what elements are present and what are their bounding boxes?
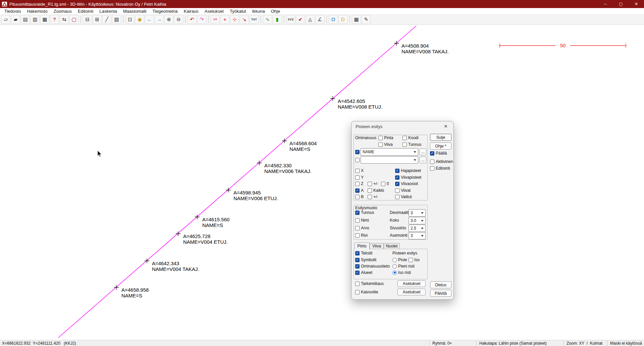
code-table-icon[interactable]: ⊞	[93, 15, 102, 24]
file-manager-icon[interactable]: ▤	[21, 15, 30, 24]
checkbox-editointi[interactable]: Editointi	[430, 166, 450, 171]
zoom-extents-icon[interactable]: ⊡	[125, 15, 135, 24]
zoom-next-icon[interactable]: →	[155, 15, 164, 24]
tab-nuolet[interactable]: Nuolet	[384, 243, 400, 249]
active-file-icon[interactable]: ▢	[69, 15, 78, 24]
profile-window-icon[interactable]: ▰	[11, 15, 20, 24]
dialog-close-icon[interactable]: ×	[442, 123, 449, 130]
checkbox-koodi[interactable]: Koodi	[402, 135, 419, 140]
dialog-pisteen-esitys[interactable]: Pisteen esitys × Ominaisuus Pinta Koodi …	[351, 121, 454, 300]
triangle-model-icon[interactable]: ◬	[306, 15, 315, 24]
attribute1-more-button[interactable]: ...	[419, 149, 426, 155]
checkbox-symbolit[interactable]: Symbolit	[355, 257, 376, 263]
menu-asetukset[interactable]: Asetukset	[202, 8, 227, 14]
map-canvas[interactable]: A=4508.904NAME=V008 TAKAJ.A=4542.605NAME…	[0, 25, 644, 340]
checkbox-viivapisteet[interactable]: Viivapisteet	[395, 175, 421, 180]
checkbox-viiva[interactable]: Viiva	[378, 142, 393, 147]
checkbox-pinta[interactable]: Pinta	[378, 135, 393, 140]
attribute2-more-button[interactable]: ...	[419, 157, 426, 163]
angle-tool-icon[interactable]: ∠	[315, 15, 324, 24]
checkbox-b[interactable]: B	[355, 194, 364, 199]
menu-kairaus[interactable]: Kairaus	[181, 8, 202, 14]
survey-point[interactable]: A=4658.958NAME=S	[114, 285, 149, 298]
measure-ruler-icon[interactable]: ╱	[102, 15, 111, 24]
menu-maastomalli[interactable]: Maastomalli	[120, 8, 149, 14]
sulje-button[interactable]: Sulje	[430, 134, 451, 141]
checkbox-tunnus[interactable]: Tunnus	[402, 142, 422, 147]
profile-view-icon[interactable]: ∿	[263, 15, 272, 24]
zoom-in-icon[interactable]: ⊕	[164, 15, 173, 24]
copy-element-icon[interactable]: ▥	[31, 15, 40, 24]
checkbox-paalla[interactable]: Päällä	[430, 151, 447, 156]
radio-piste[interactable]: Piste	[392, 257, 407, 263]
checkbox-viivaosiot[interactable]: Viivaosiot	[395, 181, 418, 186]
menu-ohje[interactable]: Ohje	[268, 8, 283, 14]
menu-hakemisto[interactable]: Hakemisto	[24, 8, 50, 14]
maximize-button[interactable]: ▢	[613, 0, 629, 8]
sivusiirto-select[interactable]: 2.5	[409, 225, 426, 232]
checkbox-em-rivi[interactable]: Rivi	[355, 233, 368, 238]
checkbox-ominaisuustieto[interactable]: Ominaisuustieto	[355, 264, 390, 269]
point-search-icon[interactable]: ?	[50, 15, 59, 24]
checkbox-em-arvo[interactable]: Arvo	[355, 225, 369, 231]
checkbox-aktiivinen[interactable]: Aktiivinen	[430, 159, 453, 164]
grid-toggle-icon[interactable]: ▦	[352, 15, 361, 24]
menu-zoomaus[interactable]: Zoomaus	[51, 8, 75, 14]
coordinate-label-icon[interactable]: XYZ	[286, 15, 295, 24]
checkbox-attribute1[interactable]	[355, 149, 360, 155]
d-toggle-icon[interactable]: D	[338, 15, 347, 24]
o-toggle-icon[interactable]: O	[329, 15, 338, 24]
survey-point[interactable]: A=4568.604NAME=S	[282, 138, 317, 152]
plan-window-icon[interactable]: ▱	[1, 15, 10, 24]
menu-laskenta[interactable]: Laskenta	[96, 8, 120, 14]
tab-piirto[interactable]: Piirto	[354, 242, 370, 249]
redo-icon[interactable]: ↷	[197, 15, 206, 24]
radio-pieni-risti[interactable]: Pieni risti	[392, 264, 415, 269]
checkbox-x[interactable]: X	[355, 168, 364, 173]
transfer-icon[interactable]: ⇆	[60, 15, 69, 24]
zoom-out-icon[interactable]: ⊖	[174, 15, 183, 24]
oletus-button[interactable]: Oletus	[430, 281, 451, 288]
checkbox-kaikki[interactable]: Kaikki	[368, 188, 384, 193]
menu-tiedosto[interactable]: Tiedosto	[1, 8, 24, 14]
menu-ikkuna[interactable]: Ikkuna	[249, 8, 268, 14]
checkbox-kaivoviite[interactable]: Kaivoviite	[355, 289, 378, 295]
dialog-titlebar[interactable]: Pisteen esitys ×	[352, 121, 453, 131]
checkbox-z[interactable]: Z	[355, 181, 363, 186]
redraw-lamp-icon[interactable]: ◉	[135, 15, 144, 24]
checkbox-tarkemittaus[interactable]: Tarkemittaus	[355, 281, 384, 286]
checkbox-tekstit[interactable]: Tekstit	[355, 250, 372, 256]
draw-pen-icon[interactable]: ✎	[362, 15, 371, 24]
text-tool-icon[interactable]: TXT	[250, 15, 259, 24]
close-profile-icon[interactable]: ▮	[273, 15, 282, 24]
paivita-button[interactable]: Päivitä	[430, 290, 451, 297]
menu-tyokalut[interactable]: Työkalut	[227, 8, 249, 14]
kaivoviite-asetukset-button[interactable]: Asetukset	[397, 289, 426, 295]
print-icon[interactable]: ⊟	[83, 15, 92, 24]
minimize-button[interactable]: ─	[598, 0, 613, 8]
checkbox-em-nimi[interactable]: Nimi	[355, 218, 369, 223]
desimaalit-select[interactable]: 3	[409, 209, 426, 217]
point-info-icon[interactable]: +?	[211, 15, 220, 24]
checkbox-b-plusminus[interactable]: +/-	[368, 194, 378, 199]
checkbox-em-tunnus[interactable]: Tunnus	[355, 210, 374, 215]
radio-iso-risti[interactable]: Iso risti	[392, 270, 411, 275]
ohje-button[interactable]: Ohje *	[430, 142, 451, 150]
hatch-area-icon[interactable]: ▨	[112, 15, 121, 24]
checkbox-z-plusminus[interactable]: +/-	[368, 181, 378, 186]
tab-viiva[interactable]: Viiva	[370, 243, 384, 249]
survey-point[interactable]: A=4582.330NAME=V006 TAKAJ.	[257, 161, 312, 174]
zoom-previous-icon[interactable]: ←	[145, 15, 154, 24]
checkbox-y[interactable]: Y	[355, 175, 364, 180]
menu-editointi[interactable]: Editointi	[75, 8, 96, 14]
checkbox-viivat[interactable]: Viivat	[395, 188, 411, 193]
survey-point[interactable]: A=4598.945NAME=V006 ETUJ.	[226, 188, 278, 201]
checkbox-hajapisteet[interactable]: Hajapisteet	[395, 168, 421, 173]
check-points-icon[interactable]: ✔	[296, 15, 305, 24]
koko-select[interactable]: 3.0	[409, 217, 426, 224]
checkbox-attribute2[interactable]	[355, 157, 360, 163]
checkbox-z-zero[interactable]: 0	[381, 181, 389, 186]
attribute1-combobox[interactable]: NAME	[361, 148, 418, 156]
undo-icon[interactable]: ↶	[187, 15, 197, 24]
tarkemittaus-asetukset-button[interactable]: Asetukset	[397, 280, 426, 287]
